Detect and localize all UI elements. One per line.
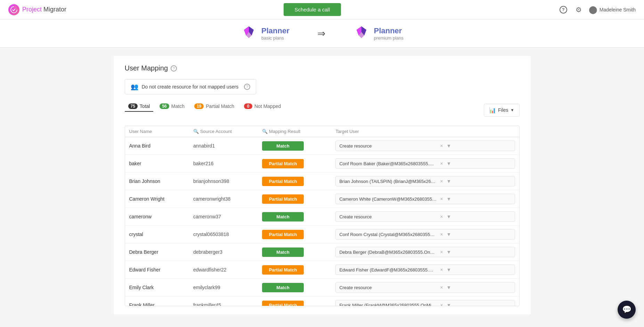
source-app-info: Planner basic plans [261,26,290,41]
tab-partial-label: Partial Match [206,103,234,109]
target-selector-2[interactable]: Brian Johnson (TAILSPIN) (BrianJ@M365x26… [335,176,515,186]
table-header: User Name 🔍 Source Account 🔍 Mapping Res… [125,126,519,137]
match-badge-7: Partial Match [262,265,304,275]
table-row: Debra Berger debraberger3 Match Debra Be… [125,243,519,261]
tab-notmapped-label: Not Mapped [254,103,281,109]
target-dropdown-btn-3[interactable]: ▼ [447,196,451,202]
cell-source-7: edwardfisher22 [189,261,258,279]
col-username: User Name [125,126,189,137]
table-row: Emily Clark emilyclark99 Match Create re… [125,279,519,296]
target-app-name: Planner [374,26,403,35]
target-selector-0[interactable]: Create resource × ▼ [335,141,515,151]
cell-source-1: baker216 [189,155,258,173]
target-clear-btn-8[interactable]: × [439,285,444,290]
cell-target-6: Debra Berger (DebraB@M365x26803555.OnMic… [331,243,519,261]
target-selector-6[interactable]: Debra Berger (DebraB@M365x26803555.OnMic… [335,247,515,257]
target-clear-btn-0[interactable]: × [439,143,444,149]
cell-username-7: Edward Fisher [125,261,189,279]
target-text-2: Brian Johnson (TAILSPIN) (BrianJ@M365x26… [339,179,437,184]
target-clear-btn-3[interactable]: × [439,196,444,202]
cell-mapping-4: Match [258,208,331,226]
target-selector-3[interactable]: Cameron White (CameronW@M365x26803555.On… [335,194,515,204]
table-row: baker baker216 Partial Match Conf Room B… [125,155,519,173]
logo-area: Project Migrator [8,4,66,15]
table-row: cameronw cameronw37 Match Create resourc… [125,208,519,226]
tab-match[interactable]: 56 Match [156,101,188,112]
target-clear-btn-1[interactable]: × [439,161,444,166]
cell-target-9: Frank Miller (FrankM@M365x26803555.OnMic… [331,296,519,307]
chat-fab-button[interactable]: 💬 [618,301,636,319]
filter-bar: 75 Total 56 Match 19 Partial Match 0 Not… [125,101,520,119]
cell-source-6: debraberger3 [189,243,258,261]
target-selector-8[interactable]: Create resource × ▼ [335,282,515,293]
target-clear-btn-6[interactable]: × [439,249,444,255]
target-clear-btn-9[interactable]: × [439,302,444,306]
target-dropdown-btn-9[interactable]: ▼ [447,302,451,306]
cell-target-3: Cameron White (CameronW@M365x26803555.On… [331,190,519,208]
cell-username-5: crystal [125,226,189,243]
user-info: ⬤ Madeleine Smith [589,5,636,14]
resource-toggle-help-icon[interactable]: ? [244,84,250,90]
match-badge: 56 [160,103,169,109]
resource-toggle[interactable]: 👥 Do not create resource for not mapped … [125,79,256,94]
tab-total[interactable]: 75 Total [125,101,154,112]
target-clear-btn-4[interactable]: × [439,214,444,219]
cell-mapping-9: Partial Match [258,296,331,307]
cell-mapping-1: Partial Match [258,155,331,173]
target-selector-4[interactable]: Create resource × ▼ [335,211,515,222]
target-dropdown-btn-2[interactable]: ▼ [447,178,451,184]
cell-source-4: cameronw37 [189,208,258,226]
files-dropdown-icon: ▼ [511,108,514,112]
col-target-user: Target User [331,126,519,137]
tab-partial[interactable]: 19 Partial Match [191,101,238,112]
target-dropdown-btn-0[interactable]: ▼ [447,143,451,149]
help-button[interactable]: ? [558,5,569,15]
cell-username-2: Brian Johnson [125,173,189,190]
target-dropdown-btn-7[interactable]: ▼ [447,267,451,272]
target-clear-btn-2[interactable]: × [439,178,444,184]
main-content: User Mapping ? 👥 Do not create resource … [114,56,531,315]
match-badge-5: Partial Match [262,230,304,239]
target-selector-7[interactable]: Edward Fisher (EdwardF@M365x26803555.OnM… [335,265,515,275]
target-clear-btn-7[interactable]: × [439,267,444,272]
chat-icon: 💬 [622,305,631,314]
target-text-5: Conf Room Crystal (Crystal@M365x26803555… [339,232,437,237]
match-badge-2: Partial Match [262,177,304,186]
tab-total-label: Total [140,103,150,109]
page-title-help-icon[interactable]: ? [171,65,177,72]
settings-button[interactable]: ⚙ [574,4,583,15]
cell-username-4: cameronw [125,208,189,226]
total-badge: 75 [128,103,138,109]
tab-notmapped[interactable]: 0 Not Mapped [241,101,284,112]
cell-mapping-2: Partial Match [258,173,331,190]
match-badge-6: Match [262,248,304,257]
cell-target-1: Conf Room Baker (Baker@M365x26803555.OnM… [331,155,519,173]
target-dropdown-btn-5[interactable]: ▼ [447,232,451,237]
mapping-table: User Name 🔍 Source Account 🔍 Mapping Res… [125,126,519,306]
target-dropdown-btn-8[interactable]: ▼ [447,285,451,290]
target-selector-9[interactable]: Frank Miller (FrankM@M365x26803555.OnMic… [335,300,515,306]
target-dropdown-btn-4[interactable]: ▼ [447,214,451,219]
tab-match-label: Match [171,103,185,109]
source-app: Planner basic plans [241,25,290,42]
source-app-name: Planner [261,26,290,35]
schedule-call-button[interactable]: Schedule a call [284,3,341,16]
cell-source-3: cameronwright38 [189,190,258,208]
target-text-6: Debra Berger (DebraB@M365x26803555.OnMic… [339,250,437,255]
col-mapping-result: 🔍 Mapping Result [258,126,331,137]
target-dropdown-btn-6[interactable]: ▼ [447,249,451,255]
cell-username-9: Frank Miller [125,296,189,307]
files-button[interactable]: 📊 Files ▼ [484,104,519,117]
match-badge-0: Match [262,141,304,151]
match-badge-3: Partial Match [262,194,304,204]
table-row: Frank Miller frankmiller45 Partial Match… [125,296,519,307]
target-text-1: Conf Room Baker (Baker@M365x26803555.OnM… [339,161,437,166]
cell-source-5: crystal06503818 [189,226,258,243]
table-body: Anna Bird annabird1 Match Create resourc… [125,137,519,307]
table-row: Brian Johnson brianjohnson398 Partial Ma… [125,173,519,190]
target-clear-btn-5[interactable]: × [439,232,444,237]
target-dropdown-btn-1[interactable]: ▼ [447,161,451,166]
col-source-account: 🔍 Source Account [189,126,258,137]
target-selector-5[interactable]: Conf Room Crystal (Crystal@M365x26803555… [335,229,515,240]
target-selector-1[interactable]: Conf Room Baker (Baker@M365x26803555.OnM… [335,158,515,169]
